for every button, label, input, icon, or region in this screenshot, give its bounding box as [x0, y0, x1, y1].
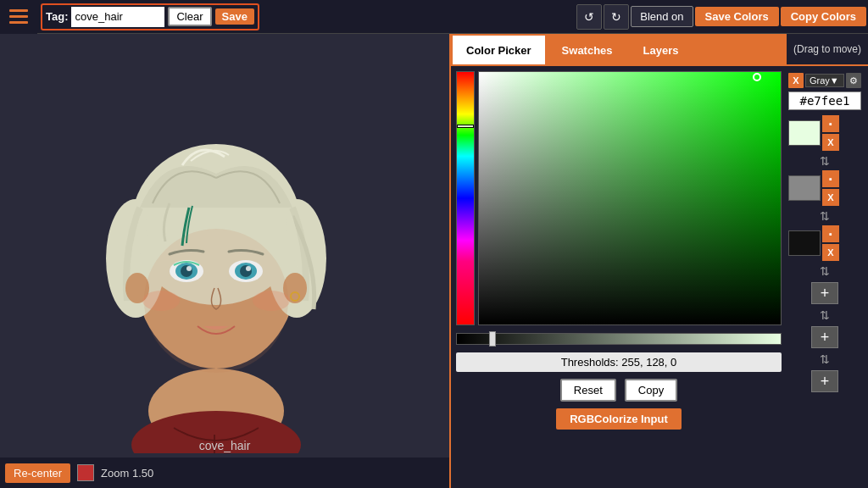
saturation-box[interactable] — [478, 71, 782, 325]
rgb-colorize-button[interactable]: RGBColorize Input — [556, 408, 682, 430]
color-cursor — [753, 73, 761, 81]
hue-indicator — [457, 125, 474, 128]
save-tag-button[interactable]: Save — [215, 8, 254, 25]
canvas-area[interactable]: cove_hair Re-center Zoom 1.50 — [0, 34, 449, 488]
add-swatch-button-2[interactable]: + — [811, 326, 838, 348]
swatch-arrows-5[interactable]: ⇅ — [788, 352, 861, 367]
character-label: cove_hair — [199, 439, 251, 452]
swatch-delete-2[interactable]: X — [822, 189, 839, 206]
swatch-edit-2[interactable]: ▪ — [822, 170, 839, 187]
top-right-buttons: ↺ ↻ Blend on Save Colors Copy Colors — [576, 4, 868, 30]
undo-button[interactable]: ↺ — [576, 4, 602, 30]
threshold-display: Thresholds: 255, 128, 0 — [456, 352, 782, 372]
swatch-arrows-2[interactable]: ⇅ — [788, 208, 861, 224]
hamburger-button[interactable] — [0, 0, 37, 34]
svg-point-19 — [246, 266, 251, 271]
bottom-bar: Re-center Zoom 1.50 — [0, 458, 449, 488]
color-mode-x-button[interactable]: X — [788, 73, 804, 88]
zoom-label: Zoom 1.50 — [101, 467, 153, 480]
hex-value-display[interactable]: #e7fee1 — [788, 92, 861, 110]
save-colors-button[interactable]: Save Colors — [695, 7, 779, 26]
color-mode-row: X Gray▼ ⚙ — [788, 73, 861, 88]
swatch-arrows-1[interactable]: ⇅ — [788, 153, 861, 169]
alpha-handle[interactable] — [489, 331, 496, 347]
tab-swatches[interactable]: Swatches — [547, 34, 628, 66]
alpha-row — [456, 329, 782, 349]
swatch-edit-3[interactable]: ▪ — [822, 225, 839, 242]
copy-button[interactable]: Copy — [625, 379, 677, 402]
recenter-button[interactable]: Re-center — [5, 463, 70, 483]
action-row: Reset Copy — [456, 375, 782, 405]
hamburger-line-1 — [9, 9, 28, 12]
hamburger-line-3 — [9, 21, 28, 24]
swatch-color-3[interactable] — [788, 230, 821, 256]
alpha-slider[interactable] — [456, 333, 782, 345]
add-swatch-button-1[interactable]: + — [811, 282, 838, 304]
reset-button[interactable]: Reset — [560, 379, 616, 402]
swatch-edit-1[interactable]: ▪ — [822, 115, 839, 132]
copy-colors-button[interactable]: Copy Colors — [781, 7, 866, 26]
color-panel: Color Picker Swatches Layers (Drag to mo… — [449, 34, 868, 488]
tag-label: Tag: — [46, 10, 68, 23]
svg-point-20 — [142, 291, 180, 311]
swatch-color-2[interactable] — [788, 175, 821, 201]
swatch-arrows-4[interactable]: ⇅ — [788, 308, 861, 323]
swatch-row-3: ▪ X — [788, 225, 861, 261]
swatch-delete-1[interactable]: X — [822, 134, 839, 151]
hamburger-line-2 — [9, 15, 28, 18]
add-swatch-button-3[interactable]: + — [811, 370, 838, 392]
brightness-gradient — [479, 72, 781, 324]
swatch-color-1[interactable] — [788, 120, 821, 146]
swatch-row-2: ▪ X — [788, 170, 861, 206]
main-layout: cove_hair Re-center Zoom 1.50 Color Pick… — [0, 34, 868, 488]
tag-group: Tag: Clear Save — [41, 3, 259, 30]
clear-button[interactable]: Clear — [168, 7, 211, 26]
drag-hint: (Drag to move) — [787, 34, 868, 64]
tag-input[interactable] — [71, 7, 164, 27]
swatch-sidebar: X Gray▼ ⚙ #e7fee1 ▪ X ⇅ — [787, 71, 863, 483]
active-color-swatch[interactable] — [77, 464, 94, 481]
panel-tabs: Color Picker Swatches Layers (Drag to mo… — [451, 34, 868, 66]
redo-button[interactable]: ↻ — [604, 4, 629, 30]
svg-point-21 — [253, 291, 290, 311]
top-bar: Tag: Clear Save ↺ ↻ Blend on Save Colors… — [0, 0, 868, 34]
picker-top — [456, 71, 782, 325]
character-canvas — [4, 38, 428, 453]
panel-body: Thresholds: 255, 128, 0 Reset Copy RGBCo… — [451, 66, 868, 488]
hue-strip[interactable] — [456, 71, 475, 325]
color-mode-label[interactable]: Gray▼ — [805, 74, 844, 87]
tab-color-picker[interactable]: Color Picker — [451, 34, 547, 66]
picker-main: Thresholds: 255, 128, 0 Reset Copy RGBCo… — [456, 71, 782, 483]
svg-point-15 — [186, 266, 192, 271]
swatch-row-1: ▪ X — [788, 115, 861, 151]
swatch-delete-3[interactable]: X — [822, 244, 839, 261]
tab-layers[interactable]: Layers — [628, 34, 694, 66]
swatch-arrows-3[interactable]: ⇅ — [788, 263, 861, 279]
color-mode-gear-button[interactable]: ⚙ — [846, 73, 861, 88]
blend-button[interactable]: Blend on — [631, 6, 693, 27]
